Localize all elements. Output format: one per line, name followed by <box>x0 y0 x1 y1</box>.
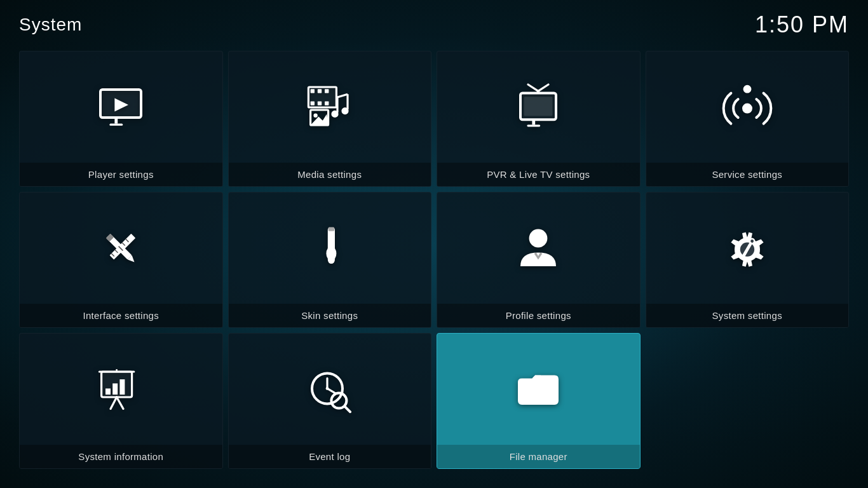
system-settings-label: System settings <box>646 304 849 327</box>
svg-point-14 <box>313 113 317 117</box>
service-settings-icon-area <box>646 51 849 163</box>
svg-line-63 <box>344 406 350 412</box>
page-title: System <box>19 15 82 35</box>
header: System 1:50 PM <box>0 0 868 44</box>
grid-item-pvr-settings[interactable]: PVR & Live TV settings <box>437 51 641 187</box>
media-icon <box>304 82 355 133</box>
grid-item-system-information[interactable]: System information <box>19 333 223 469</box>
eventlog-icon <box>304 364 355 415</box>
svg-point-44 <box>529 229 548 247</box>
service-settings-label: Service settings <box>646 163 849 186</box>
svg-point-29 <box>742 103 752 113</box>
svg-line-17 <box>337 94 348 97</box>
skin-icon <box>304 223 355 274</box>
grid-item-media-settings[interactable]: Media settings <box>228 51 432 187</box>
interface-icon <box>95 223 146 274</box>
profile-settings-label: Profile settings <box>437 304 640 327</box>
svg-line-22 <box>538 85 548 91</box>
svg-rect-9 <box>325 89 329 93</box>
svg-rect-26 <box>524 97 553 116</box>
filemanager-icon <box>513 364 564 415</box>
player-icon <box>95 82 146 133</box>
skin-settings-icon-area <box>229 193 431 304</box>
system-information-icon-area <box>20 334 222 445</box>
pvr-settings-icon-area <box>437 51 640 163</box>
svg-line-55 <box>117 397 123 409</box>
profile-settings-icon-area <box>437 193 640 304</box>
file-manager-label: File manager <box>437 445 640 468</box>
system-settings-icon-area <box>646 193 849 304</box>
player-settings-icon-area <box>20 51 222 163</box>
grid-item-system-settings[interactable]: System settings <box>646 192 850 328</box>
svg-marker-15 <box>310 114 328 125</box>
media-settings-label: Media settings <box>229 163 431 186</box>
svg-rect-2 <box>115 118 118 124</box>
pvr-settings-label: PVR & Live TV settings <box>437 163 640 186</box>
grid-item-event-log[interactable]: Event log <box>228 333 432 469</box>
svg-rect-10 <box>310 101 314 105</box>
grid-item-file-manager[interactable]: File manager <box>437 333 641 469</box>
svg-point-30 <box>743 85 751 93</box>
svg-rect-11 <box>318 101 322 105</box>
pvr-icon <box>513 82 564 133</box>
svg-rect-43 <box>328 227 334 231</box>
sysinfo-icon <box>95 364 146 415</box>
svg-line-54 <box>111 397 117 409</box>
media-settings-icon-area <box>229 51 431 163</box>
system-icon <box>722 223 773 274</box>
svg-rect-28 <box>527 125 541 126</box>
skin-settings-label: Skin settings <box>229 304 431 327</box>
svg-point-20 <box>341 107 348 114</box>
service-icon <box>722 82 773 133</box>
svg-point-42 <box>328 255 335 264</box>
svg-line-61 <box>327 388 336 393</box>
svg-rect-3 <box>110 123 123 125</box>
profile-icon <box>513 223 564 274</box>
svg-rect-8 <box>318 89 322 93</box>
event-log-label: Event log <box>229 445 431 468</box>
svg-rect-52 <box>112 383 118 395</box>
grid-item-profile-settings[interactable]: Profile settings <box>437 192 641 328</box>
svg-rect-27 <box>532 119 536 125</box>
system-information-label: System information <box>20 445 222 468</box>
file-manager-icon-area <box>437 334 640 445</box>
grid-item-interface-settings[interactable]: Interface settings <box>19 192 223 328</box>
grid-item-service-settings[interactable]: Service settings <box>646 51 850 187</box>
svg-rect-51 <box>105 388 111 395</box>
svg-line-21 <box>528 85 538 91</box>
grid-item-player-settings[interactable]: Player settings <box>19 51 223 187</box>
svg-rect-12 <box>325 101 329 105</box>
grid-item-skin-settings[interactable]: Skin settings <box>228 192 432 328</box>
clock: 1:50 PM <box>755 11 849 38</box>
svg-point-19 <box>331 110 338 117</box>
svg-rect-53 <box>120 379 125 395</box>
interface-settings-label: Interface settings <box>20 304 222 327</box>
interface-settings-icon-area <box>20 193 222 304</box>
settings-grid: Player settings <box>0 44 868 482</box>
player-settings-label: Player settings <box>20 163 222 186</box>
svg-rect-7 <box>310 89 314 93</box>
event-log-icon-area <box>229 334 431 445</box>
